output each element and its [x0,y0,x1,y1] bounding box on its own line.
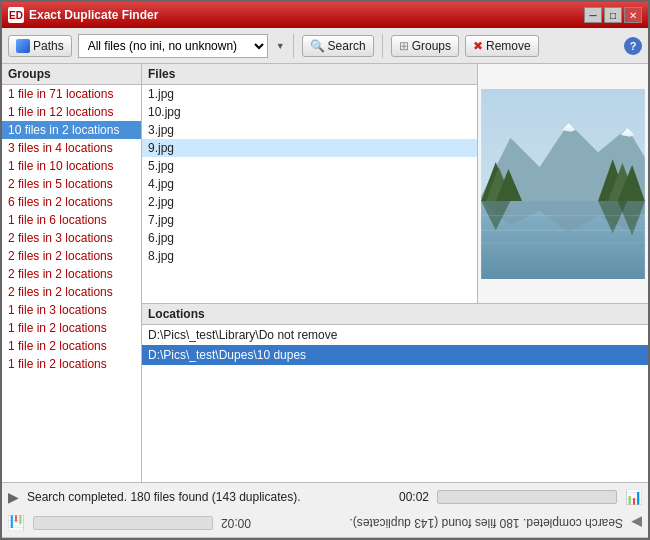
maximize-button[interactable]: □ [604,7,622,23]
group-item[interactable]: 1 file in 2 locations [2,319,141,337]
location-item-selected[interactable]: D:\Pics\_test\Dupes\10 dupes [142,345,648,365]
help-button[interactable]: ? [624,37,642,55]
file-item[interactable]: 8.jpg [142,247,477,265]
groups-panel: Groups 1 file in 71 locations 1 file in … [2,64,142,482]
minimize-button[interactable]: ─ [584,7,602,23]
filter-select[interactable]: All files (no ini, no unknown) [78,34,268,58]
files-header: Files [142,64,477,85]
title-bar: ED Exact Duplicate Finder ─ □ ✕ [2,2,648,28]
group-item[interactable]: 2 files in 2 locations [2,247,141,265]
separator-2 [382,34,383,58]
title-bar-left: ED Exact Duplicate Finder [8,7,158,23]
file-item[interactable]: 2.jpg [142,193,477,211]
group-item[interactable]: 1 file in 2 locations [2,337,141,355]
close-button[interactable]: ✕ [624,7,642,23]
group-item[interactable]: 1 file in 6 locations [2,211,141,229]
file-item[interactable]: 3.jpg [142,121,477,139]
main-window: ED Exact Duplicate Finder ─ □ ✕ Paths Al… [0,0,650,540]
group-item[interactable]: 1 file in 3 locations [2,301,141,319]
groups-icon: ⊞ [399,39,409,53]
files-panel: Files 1.jpg 10.jpg 3.jpg 9.jpg 5.jpg 4.j… [142,64,478,303]
paths-button[interactable]: Paths [8,35,72,57]
location-item[interactable]: D:\Pics\_test\Library\Do not remove [142,325,648,345]
reflected-arrow-icon: ▶ [631,516,642,532]
file-item[interactable]: 4.jpg [142,175,477,193]
reflected-progress-bar [33,517,213,531]
search-button[interactable]: 🔍 Search [302,35,374,57]
group-item[interactable]: 2 files in 2 locations [2,265,141,283]
paths-label: Paths [33,39,64,53]
group-item[interactable]: 2 files in 5 locations [2,175,141,193]
main-content: Groups 1 file in 71 locations 1 file in … [2,64,648,482]
file-item[interactable]: 10.jpg [142,103,477,121]
status-arrow-icon: ▶ [8,489,19,505]
file-item[interactable]: 7.jpg [142,211,477,229]
groups-button[interactable]: ⊞ Groups [391,35,459,57]
groups-list: 1 file in 71 locations 1 file in 12 loca… [2,85,141,482]
status-chart-icon: 📊 [625,489,642,505]
status-text: Search completed. 180 files found (143 d… [27,490,391,504]
reflected-status-text: Search completed. 180 files found (143 d… [259,517,623,531]
file-item[interactable]: 1.jpg [142,85,477,103]
files-list: 1.jpg 10.jpg 3.jpg 9.jpg 5.jpg 4.jpg 2.j… [142,85,477,303]
toolbar: Paths All files (no ini, no unknown) ▼ 🔍… [2,28,648,64]
files-image-row: Files 1.jpg 10.jpg 3.jpg 9.jpg 5.jpg 4.j… [142,64,648,304]
title-text: Exact Duplicate Finder [29,8,158,22]
group-item[interactable]: 2 files in 3 locations [2,229,141,247]
group-item[interactable]: 3 files in 4 locations [2,139,141,157]
group-item-selected[interactable]: 10 files in 2 locations [2,121,141,139]
remove-icon: ✖ [473,39,483,53]
group-item[interactable]: 1 file in 12 locations [2,103,141,121]
group-item[interactable]: 1 file in 10 locations [2,157,141,175]
image-preview [478,64,648,303]
right-panel: Files 1.jpg 10.jpg 3.jpg 9.jpg 5.jpg 4.j… [142,64,648,482]
remove-button[interactable]: ✖ Remove [465,35,539,57]
groups-label: Groups [412,39,451,53]
group-item[interactable]: 2 files in 2 locations [2,283,141,301]
separator-1 [293,34,294,58]
reflected-time: 00:02 [221,517,251,531]
status-bar: ▶ Search completed. 180 files found (143… [2,482,648,510]
landscape-image [479,89,647,279]
reflected-chart-icon: 📊 [8,516,25,532]
group-item[interactable]: 6 files in 2 locations [2,193,141,211]
status-time: 00:02 [399,490,429,504]
file-item-highlighted[interactable]: 9.jpg [142,139,477,157]
group-item[interactable]: 1 file in 2 locations [2,355,141,373]
locations-list: D:\Pics\_test\Library\Do not remove D:\P… [142,325,648,482]
status-progress-bar [437,490,617,504]
remove-label: Remove [486,39,531,53]
locations-header: Locations [142,304,648,325]
window-controls: ─ □ ✕ [584,7,642,23]
search-icon: 🔍 [310,39,325,53]
groups-header: Groups [2,64,141,85]
status-bar-reflection: ▶ Search completed. 180 files found (143… [2,510,648,538]
file-item[interactable]: 5.jpg [142,157,477,175]
locations-panel: Locations D:\Pics\_test\Library\Do not r… [142,304,648,482]
paths-icon [16,39,30,53]
group-item[interactable]: 1 file in 71 locations [2,85,141,103]
filter-dropdown-arrow: ▼ [276,41,285,51]
search-label: Search [328,39,366,53]
app-icon: ED [8,7,24,23]
file-item[interactable]: 6.jpg [142,229,477,247]
